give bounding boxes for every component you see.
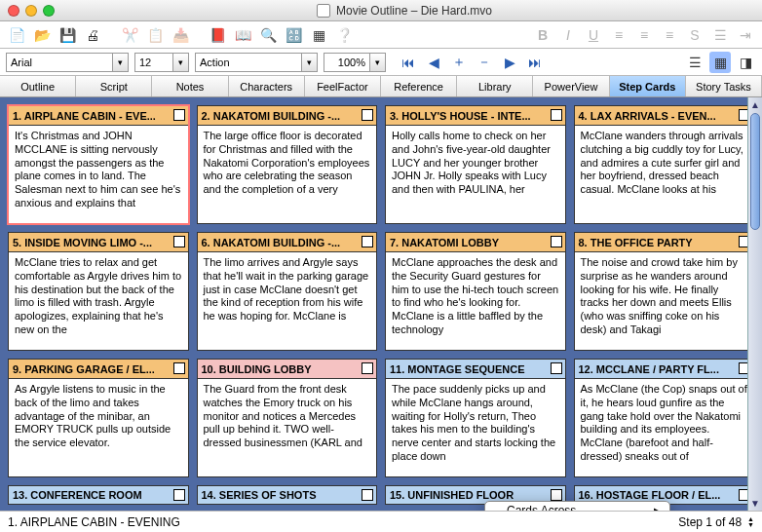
next-icon[interactable]: ▶ — [499, 52, 520, 73]
card-title: 4. LAX ARRIVALS - EVEN... — [575, 106, 754, 126]
card-title: 11. MONTAGE SEQUENCE — [386, 360, 565, 379]
chevron-down-icon[interactable]: ▾ — [113, 53, 129, 72]
new-icon[interactable]: 📄 — [6, 24, 27, 46]
open-icon[interactable]: 📂 — [31, 24, 53, 46]
chevron-down-icon[interactable]: ▾ — [302, 53, 318, 72]
status-bar: 1. AIRPLANE CABIN - EVENING Step 1 of 48… — [0, 511, 762, 532]
tab-notes[interactable]: Notes — [152, 76, 228, 96]
scrollbar-thumb[interactable] — [750, 113, 760, 230]
step-card[interactable]: 1. AIRPLANE CABIN - EVE...It's Christmas… — [8, 105, 189, 224]
step-card[interactable]: 5. INSIDE MOVING LIMO -...McClane tries … — [8, 232, 189, 351]
card-expand-icon[interactable] — [551, 236, 562, 247]
card-expand-icon[interactable] — [173, 489, 185, 501]
tab-script[interactable]: Script — [76, 76, 152, 96]
step-stepper[interactable]: ▲▼ — [747, 516, 754, 528]
step-card[interactable]: 6. NAKATOMI BUILDING -...The limo arrive… — [197, 232, 378, 351]
card-expand-icon[interactable] — [551, 362, 562, 374]
card-expand-icon[interactable] — [173, 109, 185, 121]
status-step: Step 1 of 48 — [678, 515, 742, 529]
step-card[interactable]: 2. NAKATOMI BUILDING -...The large offic… — [197, 105, 378, 224]
close-window-button[interactable] — [8, 5, 19, 17]
first-icon[interactable]: ⏮ — [398, 52, 419, 73]
context-menu: Cards Across▶✓Use PowerView Colors — [484, 501, 670, 511]
add-icon[interactable]: ＋ — [448, 52, 470, 73]
card-expand-icon[interactable] — [551, 109, 562, 121]
tool-icon-1[interactable]: 📕 — [207, 24, 228, 46]
minimize-window-button[interactable] — [25, 5, 37, 17]
step-card[interactable]: 3. HOLLY'S HOUSE - INTE...Holly calls ho… — [385, 105, 566, 224]
window-title: Movie Outline – Die Hard.mvo — [55, 4, 754, 18]
size-input — [134, 53, 173, 72]
style-input — [195, 53, 302, 72]
card-expand-icon[interactable] — [551, 489, 562, 501]
step-card[interactable]: 14. SERIES OF SHOTS — [197, 485, 378, 505]
card-body: As McClane (the Cop) snaps out of it, he… — [575, 379, 754, 468]
card-title: 12. MCCLANE / PARTY FL... — [575, 360, 754, 379]
card-expand-icon[interactable] — [362, 109, 373, 121]
view-panel-icon[interactable]: ◨ — [735, 52, 756, 73]
grid-icon[interactable]: ▦ — [308, 24, 329, 46]
tab-outline[interactable]: Outline — [0, 76, 76, 96]
card-title: 5. INSIDE MOVING LIMO -... — [9, 233, 188, 252]
menu-item-cards-across[interactable]: Cards Across▶ — [485, 502, 669, 511]
search-icon[interactable]: 🔍 — [257, 24, 279, 46]
indent-icon: ⇥ — [735, 24, 756, 46]
align-right-icon: ≡ — [659, 24, 680, 46]
font-combo[interactable]: ▾ — [6, 53, 129, 72]
tab-story-tasks[interactable]: Story Tasks — [686, 76, 762, 96]
chevron-down-icon[interactable]: ▾ — [370, 53, 386, 72]
card-title: 6. NAKATOMI BUILDING -... — [198, 233, 377, 252]
step-card[interactable]: 12. MCCLANE / PARTY FL...As McClane (the… — [574, 359, 755, 477]
prev-icon[interactable]: ◀ — [423, 52, 444, 73]
help-icon[interactable]: ❔ — [333, 24, 355, 46]
step-card[interactable]: 10. BUILDING LOBBYThe Guard from the fro… — [197, 359, 378, 477]
print-icon[interactable]: 🖨 — [82, 24, 103, 46]
tab-library[interactable]: Library — [457, 76, 533, 96]
tab-feelfactor[interactable]: FeelFactor — [305, 76, 381, 96]
step-card[interactable]: 8. THE OFFICE PARTYThe noise and crowd t… — [574, 232, 755, 351]
card-expand-icon[interactable] — [362, 236, 373, 247]
last-icon[interactable]: ⏭ — [524, 52, 546, 73]
vertical-scrollbar[interactable]: ▲ ▼ — [747, 97, 762, 511]
step-card[interactable]: 7. NAKATOMI LOBBYMcClane approaches the … — [385, 232, 566, 351]
font-input — [6, 53, 113, 72]
tab-step-cards[interactable]: Step Cards — [610, 76, 686, 96]
zoom-combo[interactable]: ▾ — [324, 53, 386, 72]
status-left: 1. AIRPLANE CABIN - EVENING — [8, 515, 180, 529]
view-list-icon[interactable]: ☰ — [684, 52, 705, 73]
card-expand-icon[interactable] — [362, 489, 373, 501]
scroll-down-icon[interactable]: ▼ — [748, 496, 762, 511]
card-expand-icon[interactable] — [362, 362, 373, 374]
zoom-input — [324, 53, 370, 72]
underline-icon: U — [583, 24, 604, 46]
step-card[interactable]: 4. LAX ARRIVALS - EVEN...McClane wanders… — [574, 105, 755, 224]
tool-icon-2[interactable]: 📖 — [232, 24, 253, 46]
view-tabs: OutlineScriptNotesCharactersFeelFactorRe… — [0, 76, 762, 97]
tab-powerview[interactable]: PowerView — [533, 76, 609, 96]
card-title: 1. AIRPLANE CABIN - EVE... — [9, 106, 188, 126]
card-body: The limo arrives and Argyle says that he… — [198, 252, 377, 327]
step-card[interactable]: 11. MONTAGE SEQUENCEThe pace suddenly pi… — [385, 359, 566, 477]
zoom-window-button[interactable] — [43, 5, 55, 17]
card-title: 2. NAKATOMI BUILDING -... — [198, 106, 377, 126]
size-combo[interactable]: ▾ — [134, 53, 189, 72]
tool-icon-3[interactable]: 🔠 — [283, 24, 304, 46]
card-body: McClane wanders through arrivals clutchi… — [575, 126, 754, 201]
document-icon — [317, 4, 330, 18]
remove-icon[interactable]: － — [474, 52, 495, 73]
scroll-up-icon[interactable]: ▲ — [748, 97, 762, 112]
card-body: McClane approaches the desk and the Secu… — [386, 252, 565, 341]
format-bar: ▾ ▾ ▾ ▾ ⏮ ◀ ＋ － ▶ ⏭ ☰ ▦ ◨ — [0, 49, 762, 76]
card-expand-icon[interactable] — [173, 236, 185, 247]
view-cards-icon[interactable]: ▦ — [709, 52, 731, 73]
tab-characters[interactable]: Characters — [229, 76, 305, 96]
tab-reference[interactable]: Reference — [381, 76, 457, 96]
card-expand-icon[interactable] — [173, 362, 185, 374]
style-combo[interactable]: ▾ — [195, 53, 318, 72]
align-left-icon: ≡ — [608, 24, 629, 46]
step-card[interactable]: 9. PARKING GARAGE / EL...As Argyle liste… — [8, 359, 189, 477]
save-icon[interactable]: 💾 — [57, 24, 78, 46]
card-body: Holly calls home to check on her and Joh… — [386, 126, 565, 201]
chevron-down-icon[interactable]: ▾ — [173, 53, 189, 72]
step-card[interactable]: 13. CONFERENCE ROOM — [8, 485, 189, 505]
